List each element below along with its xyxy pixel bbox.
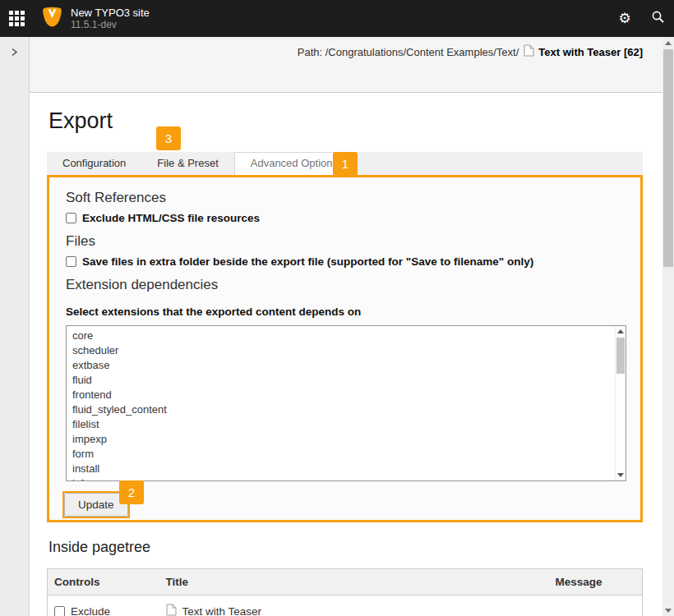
annotation-badge-2: 2 bbox=[119, 480, 144, 504]
expand-sidebar-button[interactable] bbox=[0, 39, 29, 68]
table-row: Exclude Text with Teaser bbox=[48, 595, 643, 616]
extension-option[interactable]: info bbox=[67, 476, 626, 481]
module-menu-toggle-button[interactable] bbox=[0, 0, 33, 37]
soft-references-heading: Soft References bbox=[66, 190, 626, 206]
typo3-logo-icon bbox=[42, 7, 62, 30]
extension-option[interactable]: fluid bbox=[67, 373, 626, 388]
docheader: Path: /Congratulations/Content Examples/… bbox=[30, 37, 662, 93]
scroll-up-icon[interactable] bbox=[616, 326, 626, 337]
gear-icon: ⚙ bbox=[618, 11, 630, 25]
record-row-message bbox=[544, 595, 643, 616]
pagetree-table: Controls Title Message Exclude bbox=[47, 568, 643, 616]
extension-option[interactable]: filelist bbox=[67, 417, 626, 432]
save-files-extra-folder-checkbox[interactable] bbox=[66, 256, 76, 267]
scroll-down-icon[interactable] bbox=[662, 605, 674, 616]
page-scrollbar-thumb[interactable] bbox=[663, 49, 673, 267]
extension-dependencies-heading: Extension dependencies bbox=[66, 277, 626, 293]
scroll-up-icon[interactable] bbox=[662, 37, 674, 48]
site-title: New TYPO3 site bbox=[71, 7, 150, 19]
extension-option[interactable]: form bbox=[67, 447, 626, 462]
settings-toolbar-button[interactable]: ⚙ bbox=[608, 0, 641, 37]
update-button[interactable]: Update bbox=[64, 493, 128, 517]
annotation-badge-3: 3 bbox=[156, 126, 181, 150]
files-heading: Files bbox=[66, 233, 626, 250]
listbox-scrollbar[interactable] bbox=[615, 326, 626, 480]
scroll-down-icon[interactable] bbox=[616, 470, 626, 480]
exclude-label: Exclude bbox=[71, 605, 110, 616]
exclude-record-checkbox[interactable] bbox=[54, 606, 65, 616]
extension-option[interactable]: fluid_styled_content bbox=[67, 402, 626, 417]
title-column-header: Title bbox=[159, 569, 544, 595]
inside-pagetree-heading: Inside pagetree bbox=[48, 539, 150, 556]
extension-option[interactable]: scheduler bbox=[67, 343, 626, 358]
record-title: Text with Teaser [62] bbox=[538, 46, 643, 58]
extension-option[interactable]: extbase bbox=[67, 358, 626, 373]
topbar: New TYPO3 site 11.5.1-dev ⚙ bbox=[0, 0, 674, 37]
extension-option[interactable]: frontend bbox=[67, 388, 626, 402]
page-title: Export bbox=[48, 108, 662, 134]
record-path: Path: /Congratulations/Content Examples/… bbox=[298, 46, 519, 58]
save-files-extra-folder-label: Save files in extra folder beside the ex… bbox=[82, 255, 533, 268]
typo3-brand[interactable]: New TYPO3 site 11.5.1-dev bbox=[42, 7, 150, 30]
extension-option[interactable]: core bbox=[67, 329, 626, 343]
exclude-html-css-checkbox[interactable] bbox=[66, 213, 76, 223]
table-header-row: Controls Title Message bbox=[48, 569, 643, 595]
tab-configuration[interactable]: Configuration bbox=[47, 152, 141, 175]
site-version: 11.5.1-dev bbox=[71, 19, 150, 30]
search-toolbar-button[interactable] bbox=[641, 0, 674, 37]
search-icon bbox=[651, 10, 665, 27]
exclude-html-css-label: Exclude HTML/CSS file resources bbox=[82, 212, 260, 224]
extension-option[interactable]: impexp bbox=[67, 432, 626, 447]
message-column-header: Message bbox=[544, 569, 643, 595]
listbox-scrollbar-thumb[interactable] bbox=[616, 338, 625, 374]
collapsed-pagetree-sidebar bbox=[0, 37, 30, 616]
tab-file-preset[interactable]: File & Preset bbox=[141, 152, 233, 175]
controls-column-header: Controls bbox=[48, 569, 159, 595]
extension-option[interactable]: install bbox=[67, 462, 626, 476]
chevron-right-icon bbox=[10, 46, 19, 61]
annotation-badge-1: 1 bbox=[333, 152, 358, 176]
document-icon bbox=[524, 44, 534, 59]
advanced-options-panel: Soft References Exclude HTML/CSS file re… bbox=[47, 175, 643, 522]
record-link[interactable]: Text with Teaser [62] bbox=[524, 44, 643, 59]
document-icon bbox=[166, 604, 177, 616]
apps-grid-icon bbox=[9, 11, 25, 26]
export-module: Export 3 1 2 Configuration File & Preset… bbox=[30, 93, 662, 616]
page-scrollbar[interactable] bbox=[662, 37, 674, 616]
record-row-title: Text with Teaser bbox=[182, 605, 262, 616]
select-extensions-label: Select extensions that the exported cont… bbox=[66, 306, 626, 318]
extensions-multiselect[interactable]: core scheduler extbase fluid frontend fl… bbox=[66, 325, 626, 481]
